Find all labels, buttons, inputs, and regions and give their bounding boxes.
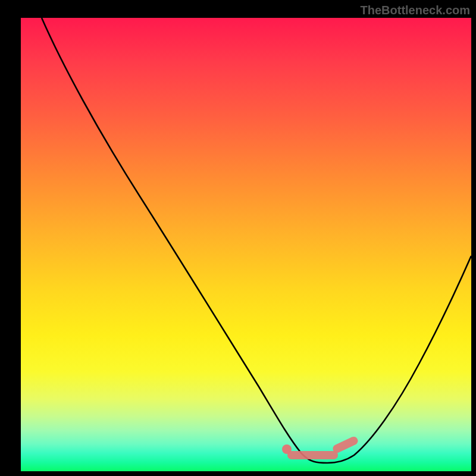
watermark-text: TheBottleneck.com bbox=[361, 4, 470, 17]
marker-segment-flat bbox=[287, 451, 338, 459]
chart-plot-area bbox=[21, 18, 471, 471]
curve-path bbox=[42, 18, 471, 463]
bottleneck-curve bbox=[21, 18, 471, 471]
